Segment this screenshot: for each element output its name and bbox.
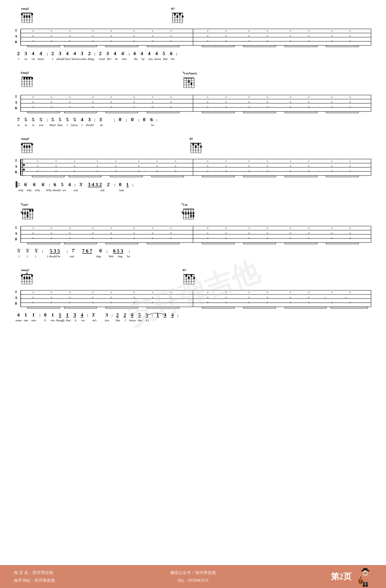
note-1-und: 1: [124, 182, 131, 188]
svg-text:×: ×: [50, 296, 52, 299]
svg-point-207: [26, 146, 28, 147]
note-4g: 4: [138, 50, 145, 57]
svg-text:×: ×: [308, 165, 310, 168]
svg-text:×: ×: [185, 76, 186, 78]
svg-text:×: ×: [69, 231, 71, 235]
note-3c: 3: [79, 50, 86, 57]
svg-text:×: ×: [152, 105, 154, 109]
svg-text:×: ×: [115, 170, 117, 173]
svg-text:×: ×: [349, 40, 351, 43]
svg-point-224: [200, 146, 202, 147]
note-0-sec5: 0: [42, 312, 49, 318]
svg-text:×: ×: [133, 237, 135, 240]
svg-text:×: ×: [290, 101, 291, 104]
svg-point-14: [31, 13, 33, 15]
svg-point-329: [193, 212, 194, 214]
svg-rect-95: [202, 45, 234, 47]
svg-text:×: ×: [331, 160, 333, 163]
svg-text:B: B: [15, 170, 17, 174]
svg-rect-291: [110, 176, 142, 177]
svg-point-411: [26, 277, 28, 279]
svg-text:×: ×: [207, 101, 209, 104]
svg-text:×: ×: [290, 34, 291, 38]
footer-wechat: 微信公众号：安仔弹吉他: [133, 569, 253, 577]
svg-point-309: [24, 212, 26, 214]
svg-rect-392: [64, 243, 96, 244]
note-4j: 4: [79, 117, 86, 123]
svg-rect-497: [285, 307, 326, 308]
svg-rect-395: [202, 243, 234, 244]
svg-rect-94: [147, 45, 179, 47]
svg-text:×: ×: [331, 237, 333, 240]
svg-text:×: ×: [69, 291, 71, 294]
svg-text:×: ×: [267, 301, 268, 304]
note-5-sec5-b: 5: [143, 312, 150, 318]
svg-text:×: ×: [133, 101, 135, 104]
svg-rect-394: [147, 243, 179, 244]
note-3b: 3: [57, 50, 63, 57]
note-2d: 2: [97, 50, 104, 57]
svg-text:×: ×: [267, 160, 268, 163]
svg-point-326: [185, 212, 187, 214]
section-5: Amaj7 ×: [14, 268, 372, 323]
svg-text:×: ×: [290, 95, 291, 99]
svg-rect-290: [69, 176, 101, 177]
note-5-dot-a: 5·: [15, 248, 23, 254]
note-1-sec5-a: 1: [22, 312, 29, 318]
svg-text:×: ×: [308, 231, 310, 235]
svg-text:×: ×: [133, 29, 135, 33]
note-4f: 4: [131, 50, 138, 57]
svg-text:×: ×: [331, 95, 333, 99]
svg-point-238: [23, 169, 25, 170]
svg-text:×: ×: [69, 237, 71, 240]
svg-text:×: ×: [225, 165, 227, 168]
svg-text:×: ×: [73, 170, 75, 173]
svg-text:×: ×: [308, 29, 310, 33]
svg-text:×: ×: [92, 301, 94, 304]
svg-text:×: ×: [225, 34, 227, 38]
svg-point-311: [29, 210, 31, 211]
note-4-sec5-c: 4: [169, 312, 176, 318]
note-group-3432: 3 4 3 2: [86, 182, 104, 188]
svg-text:×: ×: [92, 29, 94, 33]
svg-text:×: ×: [152, 237, 154, 240]
note-group-767: 7 6 7: [78, 248, 96, 254]
svg-text:×: ×: [32, 237, 34, 240]
chord-b7-diagram: × ○: [171, 11, 184, 24]
footer-center: 微信公众号：安仔弹吉他 QQ：2929943576: [133, 569, 253, 584]
svg-rect-498: [331, 307, 368, 308]
svg-text:×: ×: [267, 227, 268, 230]
svg-text:×: ×: [308, 291, 310, 294]
svg-text:×: ×: [152, 95, 154, 99]
svg-text:×: ×: [290, 170, 291, 173]
svg-point-206: [23, 146, 25, 147]
svg-point-327: [187, 212, 189, 214]
chord-b7-label: B7: [171, 7, 184, 11]
note-3d: 3: [104, 50, 111, 57]
note-6a: 6: [168, 50, 175, 57]
svg-rect-91: [28, 45, 60, 47]
svg-text:×: ×: [331, 170, 333, 173]
svg-rect-295: [285, 176, 317, 177]
svg-rect-190: [147, 111, 179, 113]
svg-text:×: ×: [69, 29, 71, 33]
svg-text:×: ×: [133, 105, 135, 109]
svg-text:◀: ◀: [21, 211, 22, 213]
numbered-notation-4: 5· 5· 5· | 5 3 5 | 7· 7 6 7 6· | 6 5 3 |: [14, 245, 372, 254]
svg-text:B: B: [15, 106, 17, 110]
note-4-sec5: 4: [15, 312, 22, 318]
svg-text:×: ×: [69, 105, 71, 109]
svg-point-10: [21, 13, 23, 15]
svg-text:×: ×: [73, 165, 75, 168]
note-5c: 5: [30, 117, 37, 123]
svg-text:A: A: [15, 232, 18, 235]
svg-text:×: ×: [248, 105, 250, 109]
svg-point-237: [23, 164, 25, 166]
note-3-dot-b: 3·: [77, 182, 85, 188]
svg-point-111: [28, 77, 30, 79]
svg-text:×: ×: [50, 95, 52, 99]
chord-row-2: Emaj7: [14, 71, 372, 91]
note-2-sec5-b: 2: [121, 312, 128, 318]
svg-text:×: ×: [349, 237, 351, 240]
svg-text:×: ×: [290, 29, 291, 33]
